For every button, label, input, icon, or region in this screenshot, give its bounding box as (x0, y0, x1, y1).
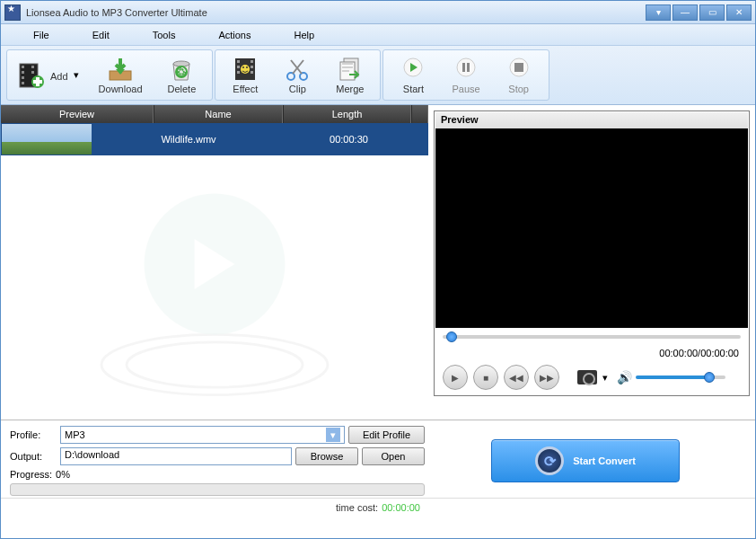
svg-point-37 (127, 342, 303, 387)
profile-value: MP3 (65, 429, 85, 440)
add-button[interactable]: Add ▾ (11, 50, 86, 101)
preview-video[interactable] (435, 128, 748, 328)
svg-rect-3 (22, 76, 24, 79)
effect-button[interactable]: Effect (219, 50, 271, 101)
seek-slider[interactable] (435, 328, 748, 346)
column-spacer (411, 105, 428, 123)
play-button[interactable]: ▶ (443, 365, 468, 390)
browse-button[interactable]: Browse (295, 447, 358, 465)
time-cost-label: time cost: (336, 502, 378, 513)
download-button[interactable]: Download (86, 50, 155, 101)
svg-rect-1 (22, 66, 24, 68)
delete-button[interactable]: ♻ Delete (155, 50, 209, 101)
svg-text:♻: ♻ (177, 66, 186, 77)
edit-profile-button[interactable]: Edit Profile (348, 426, 425, 444)
download-label: Download (99, 84, 143, 94)
time-display: 00:00:00/00:00:00 (435, 346, 748, 360)
effect-icon (232, 57, 259, 82)
delete-icon: ♻ (168, 57, 195, 82)
file-list-panel: Preview Name Length Wildlife.wmv 00:00:3… (1, 105, 428, 420)
merge-label: Merge (336, 84, 364, 94)
svg-rect-6 (31, 71, 34, 74)
add-file-icon (18, 62, 45, 89)
toolbar: Add ▾ Download ♻ Delete Effect Clip Merg… (1, 46, 755, 105)
row-length: 00:00:30 (285, 134, 413, 145)
close-button[interactable]: ✕ (726, 4, 752, 21)
preview-header: Preview (435, 112, 748, 128)
minimize-button[interactable]: — (672, 4, 698, 21)
menu-help[interactable]: Help (272, 28, 336, 42)
column-preview[interactable]: Preview (1, 105, 154, 123)
merge-button[interactable]: Merge (323, 50, 376, 101)
merge-icon (337, 57, 364, 82)
svg-rect-32 (462, 63, 465, 72)
start-button[interactable]: Start (387, 50, 439, 101)
start-icon (400, 57, 426, 82)
window-title: Lionsea Audio to MP3 Converter Ultimate (26, 7, 646, 18)
add-label: Add (50, 71, 68, 82)
profile-select[interactable]: MP3▾ (60, 426, 345, 444)
column-name[interactable]: Name (154, 105, 283, 123)
title-bar: Lionsea Audio to MP3 Converter Ultimate … (1, 1, 755, 24)
svg-rect-33 (467, 63, 470, 72)
download-icon (107, 57, 134, 82)
volume-slider[interactable] (636, 376, 725, 379)
window-dropdown-button[interactable]: ▾ (646, 4, 671, 21)
preview-panel: Preview 00:00:00/00:00:00 ▶ ■ ◀◀ ▶▶ ▾ 🔊 (434, 110, 750, 396)
delete-label: Delete (168, 84, 197, 94)
menu-tools[interactable]: Tools (131, 28, 198, 42)
output-label: Output: (10, 451, 57, 462)
stop-playback-button[interactable]: ■ (473, 365, 498, 390)
svg-point-23 (246, 66, 248, 68)
app-logo-icon (4, 4, 21, 21)
stop-button[interactable]: Stop (493, 50, 545, 101)
svg-line-26 (293, 60, 303, 74)
dropdown-icon: ▾ (326, 428, 340, 442)
progress-value: 0% (56, 469, 70, 480)
watermark-icon (1, 159, 428, 420)
clip-button[interactable]: Clip (271, 50, 323, 101)
clip-label: Clip (289, 84, 306, 94)
svg-rect-9 (33, 80, 42, 84)
menu-edit[interactable]: Edit (71, 28, 131, 42)
svg-point-36 (101, 334, 328, 394)
output-input[interactable]: D:\download (60, 447, 292, 465)
pause-button[interactable]: Pause (439, 50, 492, 101)
forward-button[interactable]: ▶▶ (534, 365, 559, 390)
convert-label: Start Convert (573, 455, 636, 466)
svg-rect-2 (22, 71, 24, 74)
open-button[interactable]: Open (362, 447, 425, 465)
maximize-button[interactable]: ▭ (699, 4, 725, 21)
svg-line-27 (291, 60, 302, 74)
pause-label: Pause (452, 84, 479, 94)
svg-rect-19 (251, 66, 253, 68)
stop-icon (505, 57, 532, 82)
start-convert-button[interactable]: ⟳ Start Convert (491, 439, 680, 482)
snapshot-dropdown-icon[interactable]: ▾ (602, 372, 608, 384)
list-row[interactable]: Wildlife.wmv 00:00:30 (1, 123, 428, 155)
progress-bar (10, 483, 425, 496)
menu-bar: File Edit Tools Actions Help (1, 24, 755, 46)
svg-rect-4 (22, 82, 24, 84)
menu-actions[interactable]: Actions (197, 28, 272, 42)
row-thumbnail (2, 124, 92, 155)
rewind-button[interactable]: ◀◀ (504, 365, 529, 390)
svg-point-22 (242, 66, 244, 68)
volume-icon[interactable]: 🔊 (617, 370, 632, 384)
svg-rect-20 (251, 71, 253, 74)
snapshot-button[interactable] (577, 370, 597, 384)
status-bar: time cost: 00:00:00 (1, 498, 755, 516)
stop-label: Stop (508, 84, 529, 94)
time-cost-value: 00:00:00 (382, 502, 420, 513)
svg-rect-5 (31, 66, 34, 68)
svg-rect-16 (237, 66, 240, 68)
column-length[interactable]: Length (283, 105, 411, 123)
start-label: Start (403, 84, 424, 94)
pause-icon (453, 57, 479, 82)
clip-icon (284, 57, 311, 82)
svg-point-31 (457, 58, 475, 76)
menu-file[interactable]: File (12, 28, 71, 42)
svg-rect-17 (237, 71, 240, 74)
output-form: Profile: MP3▾ Edit Profile Output: D:\do… (10, 426, 425, 496)
profile-label: Profile: (10, 429, 57, 440)
